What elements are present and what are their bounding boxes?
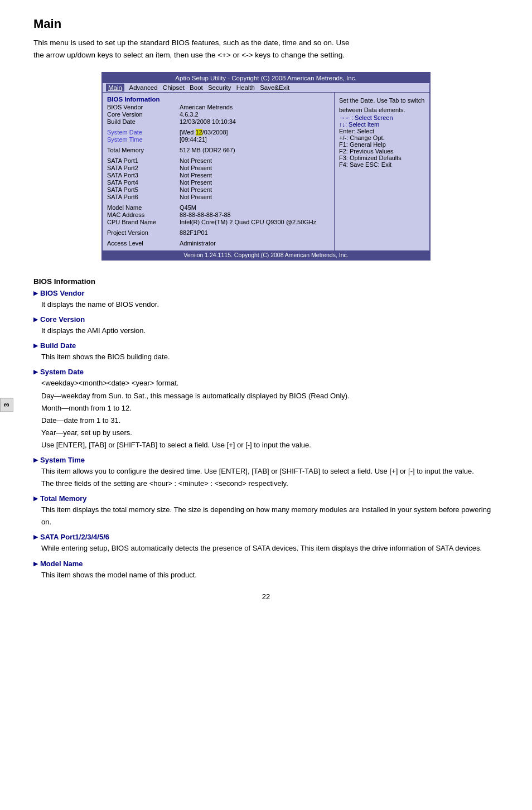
row-value-sata2: Not Present [180,165,330,171]
row-label-model-name: Model Name [107,204,180,211]
menu-item-main[interactable]: Main [106,84,124,91]
row-value-sata5: Not Present [180,186,330,193]
table-row: CPU Brand Name Intel(R) Core(TM) 2 Quad … [107,219,330,225]
row-label-mac-address: MAC Address [107,211,180,218]
doc-item-system-date: System Date <weekday><month><date> <year… [33,368,499,451]
row-value-bios-vendor: American Metrends [180,104,330,110]
doc-item-bios-vendor: BIOS Vendor It displays the name of BIOS… [33,289,499,311]
menu-item-chipset[interactable]: Chipset [163,84,185,91]
bios-left-panel: BIOS Information BIOS Vendor American Me… [103,93,335,250]
row-value-project-version: 882F1P01 [180,229,330,236]
row-label-sata1: SATA Port1 [107,157,180,164]
row-label-build-date: Build Date [107,118,180,125]
row-label-system-date: System Date [107,129,180,136]
doc-item-title-total-memory: Total Memory [33,494,499,503]
row-value-cpu-brand: Intel(R) Core(TM) 2 Quad CPU Q9300 @2.50… [180,219,330,225]
doc-item-core-version: Core Version It displays the AMI Aptio v… [33,315,499,337]
row-label-sata3: SATA Port3 [107,172,180,179]
page-title: Main [33,17,499,31]
bios-key-hints: →←: Select Screen ↑↓: Select Item Enter:… [339,114,425,168]
row-label-cpu-brand: CPU Brand Name [107,219,180,225]
table-row: Access Level Administrator [107,240,330,247]
row-value-sata3: Not Present [180,172,330,179]
hint-select-screen: →←: Select Screen [339,114,425,121]
intro-text: This menu is used to set up the standard… [33,37,499,61]
menu-item-advanced[interactable]: Advanced [129,84,158,91]
row-value-core-version: 4.6.3.2 [180,111,330,118]
row-label-sata5: SATA Port5 [107,186,180,193]
row-value-access-level: Administrator [180,240,330,247]
bios-hint-top: Set the Date. Use Tab to switch between … [339,96,425,114]
bios-section-header: BIOS Information [107,96,330,103]
row-value-system-time: [09:44:21] [180,136,330,143]
doc-item-title-core-version: Core Version [33,315,499,324]
menu-item-boot[interactable]: Boot [190,84,203,91]
table-row: SATA Port1 Not Present [107,157,330,164]
row-label-sata4: SATA Port4 [107,179,180,186]
menu-item-security[interactable]: Security [208,84,231,91]
row-label-core-version: Core Version [107,111,180,118]
menu-item-health[interactable]: Health [236,84,255,91]
doc-item-title-model-name: Model Name [33,560,499,568]
row-value-build-date: 12/03/2008 10:10:34 [180,118,330,125]
doc-item-body-sata-ports: While entering setup, BIOS automatically… [41,542,499,555]
bios-body: BIOS Information BIOS Vendor American Me… [103,93,429,250]
side-tab: 3 [0,398,13,412]
row-value-total-memory: 512 MB (DDR2 667) [180,147,330,153]
doc-item-model-name: Model Name This item shows the model nam… [33,560,499,581]
doc-item-body-bios-vendor: It displays the name of BIOS vendor. [41,298,499,311]
doc-section: BIOS Information BIOS Vendor It displays… [33,277,499,581]
table-row: SATA Port5 Not Present [107,186,330,193]
row-value-sata4: Not Present [180,179,330,186]
doc-item-title-sata-ports: SATA Port1/2/3/4/5/6 [33,533,499,541]
hint-f4: F4: Save ESC: Exit [339,161,425,168]
row-label-project-version: Project Version [107,229,180,236]
bios-footer: Version 1.24.1115. Copyright (C) 2008 Am… [103,250,429,259]
doc-item-body-model-name: This item shows the model name of this p… [41,569,499,581]
bios-emulator: Aptio Setup Utility - Copyright (C) 2008… [101,72,431,261]
table-row: SATA Port3 Not Present [107,172,330,179]
table-row: Project Version 882F1P01 [107,229,330,236]
doc-item-system-time: System Time This item allows you to conf… [33,456,499,490]
row-value-mac-address: 88-88-88-88-87-88 [180,211,330,218]
doc-item-build-date: Build Date This item shows the BIOS buil… [33,341,499,363]
row-label-system-time: System Time [107,136,180,143]
bios-title-bar: Aptio Setup Utility - Copyright (C) 2008… [103,73,429,83]
hint-enter: Enter: Select [339,128,425,134]
doc-item-body-build-date: This item shows the BIOS building date. [41,351,499,363]
table-row: System Date [Wed 12/03/2008] [107,129,330,136]
doc-item-title-bios-vendor: BIOS Vendor [33,289,499,297]
doc-item-title-system-date: System Date [33,368,499,376]
hint-f2: F2: Previous Values [339,148,425,155]
doc-heading: BIOS Information [33,277,499,286]
table-row: BIOS Vendor American Metrends [107,104,330,110]
row-value-sata1: Not Present [180,157,330,164]
table-row: Model Name Q45M [107,204,330,211]
table-row: Build Date 12/03/2008 10:10:34 [107,118,330,125]
doc-item-body-system-time: This item allows you to configure the de… [41,465,499,490]
doc-item-total-memory: Total Memory This item displays the tota… [33,494,499,528]
doc-item-body-core-version: It displays the AMI Aptio version. [41,325,499,337]
table-row: SATA Port6 Not Present [107,194,330,200]
row-label-sata2: SATA Port2 [107,165,180,171]
bios-right-panel: Set the Date. Use Tab to switch between … [335,93,429,250]
hint-f3: F3: Optimized Defaults [339,155,425,161]
doc-item-title-system-time: System Time [33,456,499,464]
table-row: SATA Port4 Not Present [107,179,330,186]
table-row: Total Memory 512 MB (DDR2 667) [107,147,330,153]
row-label-sata6: SATA Port6 [107,194,180,200]
page-number: 22 [33,592,499,601]
hint-change-opt: +/-: Change Opt. [339,134,425,141]
row-value-system-date: [Wed 12/03/2008] [180,129,330,136]
row-label-total-memory: Total Memory [107,147,180,153]
row-value-model-name: Q45M [180,204,330,211]
table-row: SATA Port2 Not Present [107,165,330,171]
hint-select-item: ↑↓: Select Item [339,121,425,128]
doc-item-body-total-memory: This item displays the total memory size… [41,504,499,528]
hint-f1: F1: General Help [339,141,425,148]
doc-item-sata-ports: SATA Port1/2/3/4/5/6 While entering setu… [33,533,499,555]
menu-item-saveexit[interactable]: Save&Exit [260,84,289,91]
bios-menu-bar: Main Advanced Chipset Boot Security Heal… [103,83,429,93]
row-label-bios-vendor: BIOS Vendor [107,104,180,110]
row-value-sata6: Not Present [180,194,330,200]
